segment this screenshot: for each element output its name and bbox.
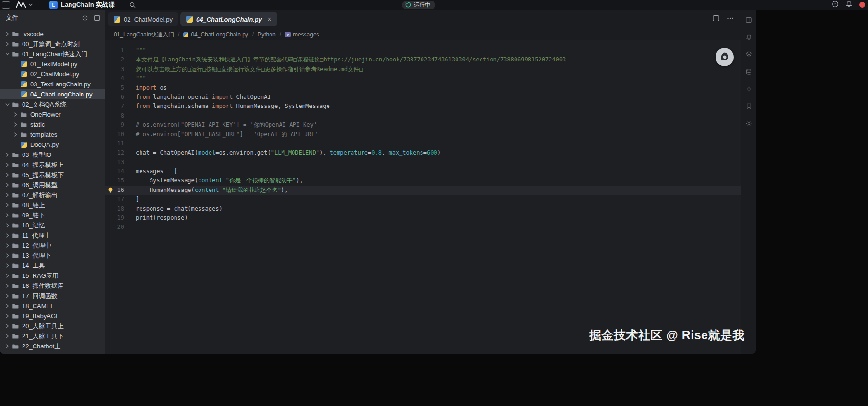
code-line[interactable]: 9# os.environ["OPENAI_API_KEY"] = '你的Ope…	[105, 120, 741, 130]
more-options-icon[interactable]	[727, 14, 734, 24]
tree-item[interactable]: 07_解析输出	[0, 190, 105, 200]
code-line[interactable]: 2本文件是【LangChain系统安装和快速入门】章节的配套代码□课程链接□ht…	[105, 55, 741, 64]
chevron-right-icon[interactable]	[3, 212, 11, 219]
chevron-right-icon[interactable]	[3, 343, 11, 350]
breadcrumb-item[interactable]: 04_ChatLongChain.py	[183, 31, 248, 38]
tree-item[interactable]: 09_链下	[0, 210, 105, 220]
chevron-right-icon[interactable]	[3, 222, 11, 229]
chevron-right-icon[interactable]	[12, 131, 19, 139]
tree-item[interactable]: 00_开篇词_奇点时刻	[0, 39, 105, 49]
chevron-right-icon[interactable]	[3, 312, 11, 320]
editor-tab[interactable]: 04_ChatLongChain.py✕	[180, 12, 277, 26]
tree-item[interactable]: static	[0, 119, 105, 130]
tree-item[interactable]: 18_CAMEL	[0, 301, 105, 311]
chevron-right-icon[interactable]	[3, 292, 11, 300]
chevron-right-icon[interactable]	[3, 232, 11, 239]
tree-item[interactable]: 03_模型IO	[0, 150, 105, 160]
chevron-right-icon[interactable]	[3, 171, 11, 179]
project-name[interactable]: LangChain 实战课	[61, 0, 115, 9]
chevron-right-icon[interactable]	[3, 282, 11, 290]
chevron-right-icon[interactable]	[3, 151, 11, 159]
app-window-icon[interactable]	[2, 1, 10, 9]
chevron-down-icon[interactable]	[28, 2, 33, 7]
tree-item[interactable]: 20_人脉工具上	[0, 321, 105, 331]
breadcrumb-item[interactable]: Python	[258, 31, 275, 38]
tree-item[interactable]: .vscode	[0, 29, 105, 39]
layers-icon[interactable]	[745, 51, 752, 58]
notification-bell-icon[interactable]	[845, 0, 853, 10]
chevron-right-icon[interactable]	[3, 202, 11, 209]
code-line[interactable]: 1"""	[105, 46, 741, 55]
chevron-right-icon[interactable]	[3, 242, 11, 250]
code-line[interactable]: 7from langchain.schema import HumanMessa…	[105, 102, 741, 111]
editor-tab[interactable]: 02_ChatModel.py	[108, 12, 178, 26]
tree-item[interactable]: 16_操作数据库	[0, 281, 105, 291]
code-line[interactable]: 11	[105, 139, 741, 148]
tree-item[interactable]: templates	[0, 130, 105, 140]
tree-item[interactable]: 08_链上	[0, 200, 105, 210]
code-line[interactable]: 5import os	[105, 84, 741, 93]
chevron-right-icon[interactable]	[3, 353, 11, 354]
tree-item[interactable]: 14_工具	[0, 261, 105, 271]
breadcrumb-item[interactable]: 01_LangChain快速入门	[114, 31, 174, 39]
tree-item[interactable]: 01_LangChain快速入门	[0, 49, 105, 59]
close-icon[interactable]: ✕	[267, 16, 271, 23]
tree-item[interactable]: OneFlower	[0, 109, 105, 119]
code-line[interactable]: 10# os.environ["OPENAI_BASE_URL"] = 'Ope…	[105, 130, 741, 139]
tree-item[interactable]: 19_BabyAGI	[0, 311, 105, 321]
code-line[interactable]: 19print(response)	[105, 214, 741, 223]
code-editor[interactable]: 1"""2本文件是【LangChain系统安装和快速入门】章节的配套代码□课程链…	[105, 40, 741, 354]
help-icon[interactable]: ?	[832, 0, 839, 10]
chevron-right-icon[interactable]	[3, 181, 11, 189]
chevron-right-icon[interactable]	[3, 262, 11, 270]
search-icon[interactable]	[129, 1, 136, 9]
chevron-right-icon[interactable]	[3, 302, 11, 310]
tree-item[interactable]: 02_ChatModel.py	[0, 69, 105, 79]
code-line[interactable]: 16 HumanMessage(content="请给我的花店起个名"),	[105, 186, 741, 195]
tree-item[interactable]: 12_代理中	[0, 240, 105, 251]
code-line[interactable]: 13	[105, 158, 741, 167]
ai-assistant-avatar[interactable]	[716, 48, 734, 66]
ide-logo-icon[interactable]	[16, 1, 26, 8]
tree-item[interactable]: 04_ChatLongChain.py	[0, 89, 105, 99]
tree-item[interactable]: 02_文档QA系统	[0, 99, 105, 109]
chevron-right-icon[interactable]	[3, 322, 11, 330]
tree-item[interactable]: 03_TextLangChain.py	[0, 79, 105, 89]
tree-item[interactable]: 21_人脉工具下	[0, 331, 105, 341]
code-line[interactable]: 3您可以点击最上方的□运行□按钮□直接运行该文件□更多操作指引请参考Readme…	[105, 65, 741, 74]
breadcrumb-item[interactable]: vmessages	[285, 31, 319, 38]
chevron-right-icon[interactable]	[3, 161, 11, 169]
project-avatar[interactable]: L	[49, 1, 58, 9]
code-line[interactable]: 17]	[105, 195, 741, 204]
tree-item[interactable]: 05_提示模板下	[0, 170, 105, 180]
chevron-right-icon[interactable]	[3, 252, 11, 260]
chevron-right-icon[interactable]	[12, 121, 19, 129]
code-line[interactable]: 8	[105, 111, 741, 120]
layout-icon[interactable]	[745, 16, 752, 24]
bookmark-icon[interactable]	[745, 103, 752, 110]
code-line[interactable]: 18response = chat(messages)	[105, 204, 741, 214]
chevron-right-icon[interactable]	[3, 191, 11, 199]
code-line[interactable]: 4"""	[105, 74, 741, 83]
chevron-down-icon[interactable]	[3, 50, 11, 58]
tree-item[interactable]: 22_Chatbot上	[0, 341, 105, 351]
settings-icon[interactable]	[745, 120, 752, 127]
commit-icon[interactable]	[745, 85, 752, 93]
recording-indicator-dot[interactable]	[859, 2, 865, 8]
tree-item[interactable]: 17_回调函数	[0, 291, 105, 301]
chevron-right-icon[interactable]	[3, 333, 11, 340]
code-line[interactable]: 12chat = ChatOpenAI(model=os.environ.get…	[105, 148, 741, 157]
split-editor-icon[interactable]	[712, 14, 720, 24]
code-line[interactable]: 20	[105, 223, 741, 232]
collapse-all-icon[interactable]	[94, 14, 101, 22]
tree-item[interactable]: 04_提示模板上	[0, 160, 105, 170]
run-status-widget[interactable]: 运行中	[402, 1, 435, 9]
course-link[interactable]: https://juejin.cn/book/73877023474361303…	[323, 56, 566, 63]
chevron-right-icon[interactable]	[3, 40, 11, 48]
chevron-right-icon[interactable]	[3, 272, 11, 280]
bell-icon[interactable]	[745, 34, 752, 41]
tree-item[interactable]: DocQA.py	[0, 140, 105, 150]
database-icon[interactable]	[745, 68, 752, 75]
tree-item[interactable]: 01_TextModel.py	[0, 59, 105, 69]
code-line[interactable]: 6from langchain_openai import ChatOpenAI	[105, 93, 741, 102]
